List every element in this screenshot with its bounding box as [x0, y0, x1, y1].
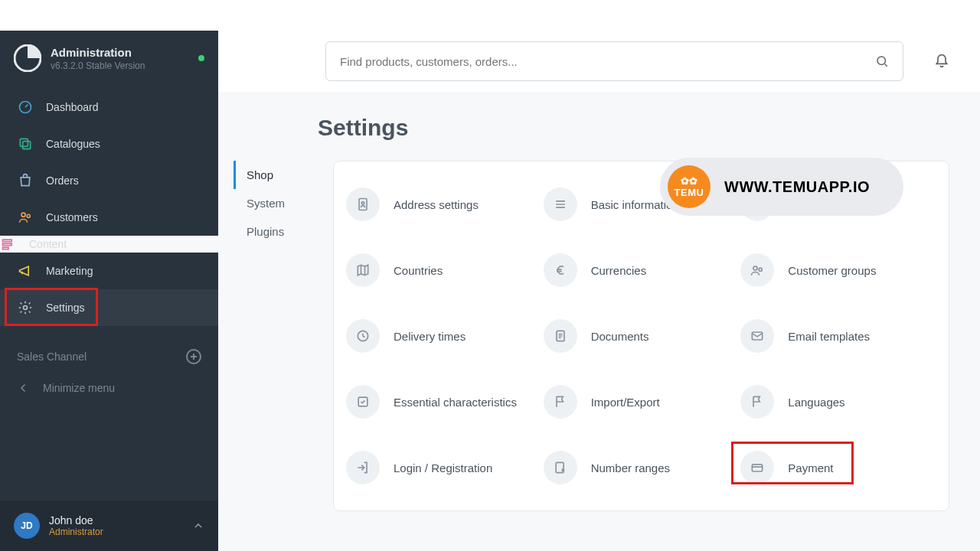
nav-item-customers[interactable]: Customers: [0, 199, 218, 236]
nav-item-marketing[interactable]: Marketing: [0, 253, 218, 289]
tile-email-templates[interactable]: Email templates: [736, 316, 926, 356]
tile-documents[interactable]: Documents: [539, 316, 729, 356]
nav-label: Marketing: [46, 265, 93, 277]
tile-label: Delivery times: [394, 330, 466, 343]
document-icon: [544, 319, 577, 353]
tile-label: Payment: [788, 461, 833, 474]
tab-plugins[interactable]: Plugins: [234, 217, 318, 246]
tile-import-export[interactable]: Import/Export: [539, 382, 729, 422]
login-icon: [346, 451, 380, 484]
bag-icon: [17, 172, 34, 189]
nav-item-content[interactable]: Content: [0, 236, 218, 253]
tile-label: Number ranges: [591, 461, 670, 474]
svg-rect-2: [23, 142, 31, 149]
tile-number-ranges[interactable]: Number ranges: [539, 448, 729, 487]
mail-icon: [740, 319, 774, 353]
tile-label: Login / Registration: [394, 461, 492, 474]
add-sales-channel-button[interactable]: [186, 349, 201, 364]
menu-lines-icon: [544, 187, 577, 221]
temu-logo-text: TEMU: [675, 187, 704, 197]
tile-customer-groups[interactable]: Customer groups: [736, 250, 926, 290]
tab-system[interactable]: System: [234, 189, 318, 217]
nav-label: Customers: [46, 211, 98, 223]
svg-point-5: [27, 214, 30, 217]
minimize-label: Minimize menu: [43, 382, 115, 394]
tile-label: Documents: [591, 330, 649, 343]
chevron-up-icon: [192, 520, 204, 532]
tile-label: Currencies: [591, 264, 647, 277]
minimize-menu-button[interactable]: Minimize menu: [0, 370, 218, 406]
flag-icon: [544, 385, 577, 419]
sales-channel-label: Sales Channel: [17, 350, 87, 363]
sales-channel-header: Sales Channel: [0, 331, 218, 370]
tile-countries[interactable]: Countries: [341, 250, 531, 290]
search-input-wrapper[interactable]: [325, 41, 903, 81]
tile-label: Essential characteristics: [394, 396, 517, 409]
notifications-button[interactable]: [934, 54, 949, 69]
tile-label: Languages: [788, 396, 844, 409]
chevron-left-icon: [17, 381, 31, 395]
tile-login-registration[interactable]: Login / Registration: [341, 448, 531, 487]
sidebar-title-block: Administration v6.3.2.0 Stable Version: [51, 46, 189, 71]
svg-rect-3: [20, 139, 28, 146]
tile-address-settings[interactable]: Address settings: [341, 184, 531, 224]
watermark-badge: ✿✿ TEMU WWW.TEMUAPP.IO: [660, 158, 903, 216]
id-badge-icon: [346, 187, 380, 221]
app-version: v6.3.2.0 Stable Version: [51, 60, 189, 71]
tab-shop[interactable]: Shop: [234, 161, 318, 189]
temu-logo-icon: ✿✿ TEMU: [668, 165, 710, 208]
svg-rect-8: [3, 247, 9, 249]
nav-item-orders[interactable]: Orders: [0, 162, 218, 199]
tile-label: Address settings: [394, 198, 479, 211]
tile-essential-characteristics[interactable]: Essential characteristics: [341, 382, 531, 422]
nav-item-catalogues[interactable]: Catalogues: [0, 126, 218, 162]
sidebar-header: Administration v6.3.2.0 Stable Version: [0, 31, 218, 81]
nav-label: Dashboard: [46, 101, 99, 113]
settings-grid: Address settings Basic information Cart …: [341, 184, 926, 487]
flag-icon: [740, 385, 774, 419]
nav-label: Catalogues: [46, 138, 100, 150]
search-input[interactable]: [340, 55, 875, 68]
megaphone-icon: [17, 262, 34, 279]
nav-item-dashboard[interactable]: Dashboard: [0, 89, 218, 126]
page-title: Settings: [318, 115, 957, 141]
user-role: Administrator: [49, 527, 103, 537]
tile-delivery-times[interactable]: Delivery times: [341, 316, 531, 356]
app-title: Administration: [51, 46, 189, 59]
users-group-icon: [740, 253, 774, 287]
status-dot-icon: [198, 55, 204, 61]
app-root: Administration v6.3.2.0 Stable Version D…: [0, 31, 980, 551]
tile-label: Customer groups: [788, 264, 876, 277]
settings-tabs: Shop System Plugins: [234, 161, 318, 511]
watermark-text: WWW.TEMUAPP.IO: [724, 178, 870, 196]
svg-point-4: [21, 213, 25, 217]
user-bar[interactable]: JD John doe Administrator: [0, 500, 218, 551]
tile-currencies[interactable]: Currencies: [539, 250, 729, 290]
map-icon: [346, 253, 380, 287]
search-icon: [875, 54, 889, 68]
tile-label: Email templates: [788, 330, 870, 343]
svg-rect-7: [3, 243, 12, 246]
checkbox-icon: [346, 385, 380, 419]
euro-icon: [544, 253, 577, 287]
svg-point-10: [877, 57, 886, 65]
nav-label: Orders: [46, 174, 79, 187]
card-icon: [740, 451, 774, 484]
tile-languages[interactable]: Languages: [736, 382, 926, 422]
nav-item-settings[interactable]: Settings: [0, 289, 218, 326]
tile-payment[interactable]: Payment: [736, 448, 926, 487]
edit-note-icon: [544, 451, 577, 484]
brand-logo-icon: [14, 44, 41, 72]
svg-rect-6: [3, 240, 12, 242]
tile-label: Countries: [394, 264, 443, 277]
svg-point-12: [361, 202, 364, 204]
sidebar: Administration v6.3.2.0 Stable Version D…: [0, 31, 218, 551]
copy-icon: [17, 135, 34, 152]
user-name: John doe: [49, 514, 103, 527]
user-info: John doe Administrator: [49, 514, 103, 537]
topbar: [218, 31, 980, 92]
svg-point-15: [759, 268, 762, 271]
primary-nav: Dashboard Catalogues Orders Customers Co…: [0, 81, 218, 331]
tile-label: Import/Export: [591, 396, 660, 409]
gauge-icon: [17, 99, 34, 116]
